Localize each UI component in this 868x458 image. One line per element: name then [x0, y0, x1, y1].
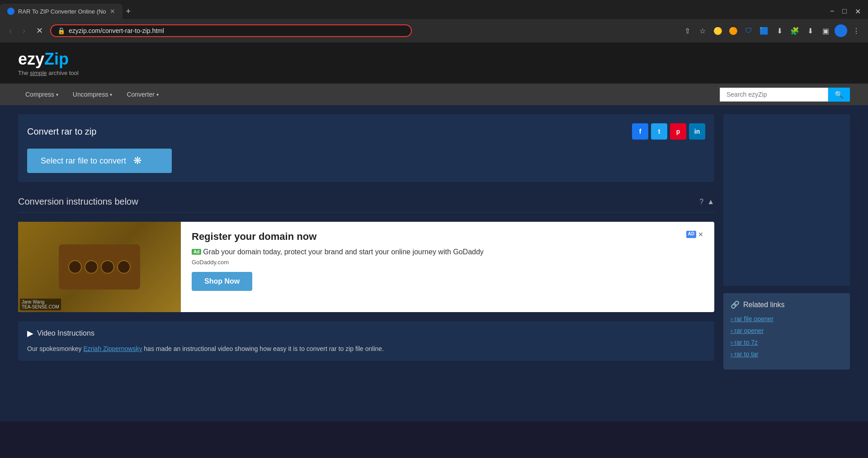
video-desc-end: has made an instructional video showing … [142, 345, 384, 352]
related-link-rar-to-7z[interactable]: rar to 7z [731, 339, 843, 346]
content-area: Convert rar to zip f t p in Select rar f… [18, 114, 714, 412]
video-title-text: Video Instructions [37, 329, 94, 337]
extension-icon-4[interactable]: 🟦 [758, 24, 770, 37]
logo-text: ezyZip [18, 50, 79, 69]
ad-desc: Grab your domain today, protect your bra… [203, 248, 483, 256]
tab-close-btn[interactable]: ✕ [110, 8, 115, 15]
search-input[interactable] [720, 88, 828, 102]
active-tab[interactable]: RAR To ZIP Converter Online (No ✕ [0, 4, 123, 19]
nav-uncompress[interactable]: Uncompress ▾ [66, 84, 120, 105]
ad-url: GoDaddy.com [192, 259, 703, 266]
ad-image-credit: Jane WangTEA-SENSE.COM [20, 299, 61, 310]
social-icons: f t p in [632, 123, 705, 140]
ad-header: Register your domain now AD ✕ [192, 231, 703, 243]
close-loading-button[interactable]: ✕ [33, 24, 47, 37]
profile-avatar[interactable]: 👤 [835, 24, 847, 37]
converter-arrow: ▾ [156, 92, 159, 97]
extension-icon-1[interactable]: 🟡 [712, 24, 724, 37]
minimize-button[interactable]: − [826, 5, 838, 18]
compress-arrow: ▾ [56, 92, 58, 97]
logo[interactable]: ezyZip The simple archive tool [18, 50, 79, 76]
ad-indicator: AD [686, 231, 696, 238]
dropbox-icon: ❋ [133, 155, 142, 167]
ad-label: Ad Grab your domain today, protect your … [192, 248, 484, 256]
related-links: 🔗 Related links rar file opener rar open… [723, 293, 850, 369]
video-description: Our spokesmonkey Ezriah Zippernowsky has… [27, 344, 705, 354]
related-link-rar-to-tar[interactable]: rar to tar [731, 351, 843, 358]
linkedin-share-button[interactable]: in [689, 123, 705, 140]
download-icon[interactable]: ⬇ [804, 24, 816, 37]
extension-icon-2[interactable]: 🟠 [727, 24, 740, 37]
forward-button[interactable]: › [19, 24, 29, 37]
ad-content: Register your domain now AD ✕ Ad Grab yo… [181, 222, 714, 312]
ad-label-badge: Ad [192, 249, 201, 255]
video-link[interactable]: Ezriah Zippernowsky [84, 345, 142, 352]
ad-image: Jane WangTEA-SENSE.COM [18, 222, 181, 312]
extension-icon-5[interactable]: ⬇ [773, 24, 786, 37]
site-header: ezyZip The simple archive tool [0, 42, 868, 84]
related-links-title: 🔗 Related links [731, 300, 843, 309]
maximize-button[interactable]: □ [839, 5, 850, 18]
instructions-bar: Conversion instructions below ? ▲ [18, 191, 714, 213]
ad-close-button[interactable]: ✕ [698, 231, 703, 238]
new-tab-button[interactable]: + [123, 7, 135, 16]
convert-card: Convert rar to zip f t p in Select rar f… [18, 114, 714, 182]
convert-title: Convert rar to zip [27, 126, 96, 137]
pinterest-share-button[interactable]: p [670, 123, 686, 140]
search-box: 🔍 [720, 88, 850, 102]
nav-compress[interactable]: Compress ▾ [18, 84, 66, 105]
ad-controls: AD ✕ [686, 231, 703, 238]
sidebar-icon[interactable]: ▣ [819, 24, 832, 37]
instructions-title: Conversion instructions below [18, 196, 138, 207]
search-button[interactable]: 🔍 [828, 88, 850, 102]
compress-label: Compress [25, 91, 54, 98]
nav-converter[interactable]: Converter ▾ [119, 84, 165, 105]
select-btn-label: Select rar file to convert [41, 156, 126, 166]
tab-bar: RAR To ZIP Converter Online (No ✕ + − □ … [0, 0, 868, 19]
logo-tagline: The simple archive tool [18, 70, 79, 76]
browser-chrome: RAR To ZIP Converter Online (No ✕ + − □ … [0, 0, 868, 42]
sidebar: 🔗 Related links rar file opener rar open… [723, 114, 850, 412]
logo-ezy: ezy [18, 50, 44, 68]
back-button[interactable]: ‹ [5, 24, 15, 37]
converter-label: Converter [127, 91, 154, 98]
menu-icon[interactable]: ⋮ [850, 24, 863, 37]
address-bar: ‹ › ✕ 🔒 ezyzip.com/convert-rar-to-zip.ht… [0, 19, 868, 42]
related-link-rar-file-opener[interactable]: rar file opener [731, 315, 843, 322]
close-window-button[interactable]: ✕ [851, 5, 864, 18]
navigation-bar: Compress ▾ Uncompress ▾ Converter ▾ 🔍 [0, 84, 868, 105]
ad-block: Jane WangTEA-SENSE.COM Register your dom… [18, 222, 714, 312]
logo-zip: Zip [44, 50, 69, 68]
tab-favicon [7, 8, 14, 15]
share-icon[interactable]: ⇧ [681, 24, 693, 37]
shop-now-button[interactable]: Shop Now [192, 272, 252, 291]
uncompress-arrow: ▾ [110, 92, 112, 97]
extension-icon-3[interactable]: 🛡 [742, 24, 755, 37]
video-desc-start: Our spokesmonkey [27, 345, 84, 352]
tab-title: RAR To ZIP Converter Online (No [18, 8, 106, 15]
uncompress-label: Uncompress [73, 91, 108, 98]
twitter-share-button[interactable]: t [651, 123, 667, 140]
bookmark-icon[interactable]: ☆ [696, 24, 709, 37]
video-icon: ▶ [27, 328, 33, 338]
puzzle-icon[interactable]: 🧩 [788, 24, 801, 37]
sidebar-ad [723, 114, 850, 286]
related-link-rar-opener[interactable]: rar opener [731, 327, 843, 334]
video-title: ▶ Video Instructions [27, 328, 705, 338]
video-section: ▶ Video Instructions Our spokesmonkey Ez… [18, 321, 714, 361]
main-layout: Convert rar to zip f t p in Select rar f… [0, 105, 868, 421]
toggle-icon[interactable]: ▲ [707, 198, 714, 206]
browser-toolbar: ⇧ ☆ 🟡 🟠 🛡 🟦 ⬇ 🧩 ⬇ ▣ 👤 ⋮ [681, 24, 863, 37]
url-text: ezyzip.com/convert-rar-to-zip.html [69, 27, 405, 34]
facebook-share-button[interactable]: f [632, 123, 648, 140]
link-icon: 🔗 [731, 300, 740, 309]
help-icon[interactable]: ? [699, 198, 703, 206]
lock-icon: 🔒 [57, 27, 65, 34]
window-controls: − □ ✕ [826, 5, 868, 18]
ad-title: Register your domain now [192, 231, 316, 243]
url-bar[interactable]: 🔒 ezyzip.com/convert-rar-to-zip.html [50, 24, 412, 37]
instructions-controls: ? ▲ [699, 198, 714, 206]
select-file-button[interactable]: Select rar file to convert ❋ [27, 149, 172, 173]
related-title-text: Related links [743, 301, 785, 309]
convert-title-bar: Convert rar to zip f t p in [27, 123, 705, 140]
